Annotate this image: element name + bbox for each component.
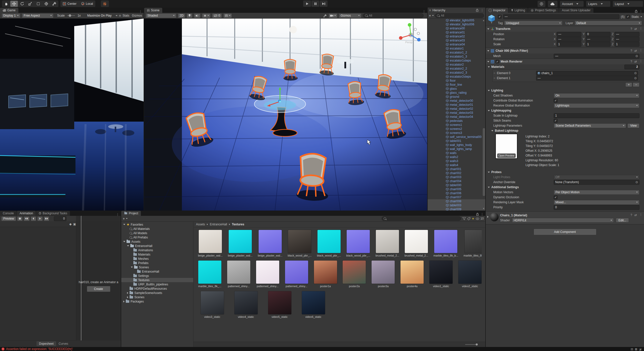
motion-vectors-dropdown[interactable]: Per Object Motion <box>554 190 639 195</box>
asset-item[interactable]: poster4a <box>400 261 424 288</box>
cloud-button[interactable] <box>548 1 557 7</box>
position-z-field[interactable]: — <box>615 32 639 37</box>
grid-snap-button[interactable] <box>101 1 109 7</box>
hierarchy-item[interactable]: entrance03 <box>428 38 485 42</box>
hierarchy-item[interactable]: escalator1steps <box>428 59 485 63</box>
asset-item[interactable]: patterned_shiny... <box>227 261 251 288</box>
asset-item[interactable]: brushed_metal_2... <box>405 230 428 257</box>
hierarchy-item[interactable]: pedestals <box>428 119 485 123</box>
asset-item[interactable]: video6_static <box>299 291 328 318</box>
play-anim-button[interactable]: ⏵ <box>37 216 43 221</box>
hierarchy-item[interactable]: elevator_lights005 <box>428 18 485 22</box>
scale-tool-button[interactable] <box>26 1 34 7</box>
asset-item[interactable]: brushed_metal_2... <box>376 230 399 257</box>
tag-dropdown[interactable]: Untagged <box>504 21 562 25</box>
project-tree-item[interactable]: Textures <box>121 278 193 282</box>
drag-handle-icon[interactable]: = <box>494 71 495 75</box>
pivot-center-button[interactable]: Center <box>60 1 79 7</box>
shader-dropdown[interactable]: HDRP/Lit <box>512 218 614 223</box>
view-button[interactable]: View <box>627 123 639 128</box>
lock-icon[interactable] <box>476 213 479 216</box>
asset-item[interactable]: video5_static <box>265 291 294 318</box>
asset-item[interactable]: poster1a <box>314 261 337 288</box>
hierarchy-item[interactable]: ground <box>428 95 485 99</box>
scale-x-field[interactable]: 1 <box>557 42 581 47</box>
object-picker-icon[interactable]: ⊙ <box>634 71 637 75</box>
hierarchy-item[interactable]: walls2 <box>428 155 485 159</box>
shading-dropdown[interactable]: Shaded <box>146 13 176 18</box>
tab-scene[interactable]: Scene <box>144 8 162 13</box>
rotate-tool-button[interactable] <box>18 1 26 7</box>
project-tree-item[interactable]: All Prefabs <box>121 235 193 239</box>
scale-slider[interactable] <box>67 15 75 16</box>
breadcrumb-textures[interactable]: Textures <box>232 223 244 226</box>
asset-item[interactable]: black_wood_pbr_... <box>346 230 370 257</box>
hierarchy-item[interactable]: elevator_lights006 <box>428 22 485 26</box>
help-icon[interactable]: ? <box>630 60 632 63</box>
project-tree-item[interactable]: Prefabs <box>121 261 193 265</box>
hand-tool-button[interactable] <box>2 1 10 7</box>
hierarchy-item[interactable]: entrance00 <box>428 26 485 30</box>
project-tree-item[interactable]: All Models <box>121 231 193 235</box>
prev-key-button[interactable]: ⏴ <box>31 216 36 221</box>
hierarchy-item[interactable]: chair004 <box>428 179 485 183</box>
status-bar[interactable]: ! Assertion failed on expression: 'SUCCE… <box>0 347 644 351</box>
material-element1-field[interactable]: —⊙ <box>536 76 638 81</box>
position-x-field[interactable]: — <box>557 32 581 37</box>
scene-effects-toggle[interactable] <box>202 13 211 18</box>
help-icon[interactable]: ? <box>630 49 632 53</box>
presets-icon[interactable]: ⇄ <box>634 49 637 53</box>
rotation-y-field[interactable]: — <box>586 37 610 42</box>
hierarchy-item[interactable]: escalator1 <box>428 46 485 51</box>
presets-icon[interactable]: ⇄ <box>634 27 637 31</box>
hierarchy-item[interactable]: escalator1_3 <box>428 55 485 59</box>
create-object-button[interactable]: + <box>429 14 431 17</box>
tab-console[interactable]: Console <box>0 211 17 216</box>
cast-shadows-dropdown[interactable]: On <box>554 93 639 98</box>
transform-header[interactable]: Transform ?⇄⋮ <box>486 26 644 32</box>
asset-item[interactable]: video1_static <box>429 261 453 288</box>
project-tree-item[interactable]: All Materials <box>121 227 193 231</box>
layer-dropdown[interactable]: Default <box>575 21 642 25</box>
expander-icon[interactable] <box>127 245 129 246</box>
asset-item[interactable]: black_wood_pbr_... <box>317 230 341 257</box>
preview-toggle-button[interactable]: Preview <box>1 216 16 221</box>
display-dropdown[interactable]: Display 1 <box>2 13 20 18</box>
add-material-button[interactable]: + <box>625 82 632 87</box>
scene-search-input[interactable]: All <box>363 13 424 18</box>
scale-z-field[interactable]: 1 <box>615 42 639 47</box>
hierarchy-item[interactable]: chair003 <box>428 175 485 179</box>
hierarchy-scrollbar[interactable] <box>483 128 485 196</box>
hierarchy-item[interactable]: table000 <box>428 183 485 187</box>
asset-item[interactable]: beige_plaster_wal... <box>198 230 223 257</box>
tab-project[interactable]: Project <box>121 211 141 216</box>
gizmos-dropdown[interactable]: Gizmos <box>339 13 361 18</box>
object-name-field[interactable]: — <box>503 14 619 19</box>
animation-ruler[interactable] <box>76 216 121 222</box>
hierarchy-item[interactable]: escalator2steps <box>428 75 485 79</box>
asset-item[interactable]: beige_plaster_wal... <box>258 230 283 257</box>
panel-menu-icon[interactable]: ⋮ <box>116 213 119 216</box>
object-picker-icon[interactable]: ⊙ <box>634 76 637 80</box>
play-button[interactable] <box>303 1 311 7</box>
lock-icon[interactable] <box>635 10 637 13</box>
lightmap-parameters-dropdown[interactable]: Scene Default Parameters <box>554 123 626 128</box>
project-tree-item[interactable]: EntranceHall <box>121 244 193 248</box>
project-tree-item[interactable]: SampleSceneAssets <box>121 291 193 295</box>
game-gizmos-button[interactable]: Gizmos <box>132 14 142 17</box>
expander-icon[interactable] <box>127 292 128 294</box>
hidden-packages-icon[interactable] <box>476 218 479 220</box>
hierarchy-search-input[interactable]: All <box>435 13 484 18</box>
frame-field[interactable]: 0 <box>54 216 66 221</box>
scene-visibility-toggle[interactable]: 0 <box>212 13 222 18</box>
project-tree-item[interactable]: EntranceHall <box>121 269 193 274</box>
hierarchy-item[interactable]: escalator1_2 <box>428 51 485 55</box>
static-caret[interactable] <box>640 16 642 17</box>
scale-slider-knob[interactable] <box>69 14 71 17</box>
rotation-z-field[interactable]: — <box>615 37 639 42</box>
hierarchy-item[interactable]: screens2 <box>428 127 485 131</box>
scale-y-field[interactable]: 1 <box>586 42 610 47</box>
additional-settings-foldout[interactable]: Additional Settings <box>486 185 644 190</box>
game-viewport[interactable] <box>0 19 144 211</box>
project-tree-item[interactable]: Packages <box>121 299 193 304</box>
